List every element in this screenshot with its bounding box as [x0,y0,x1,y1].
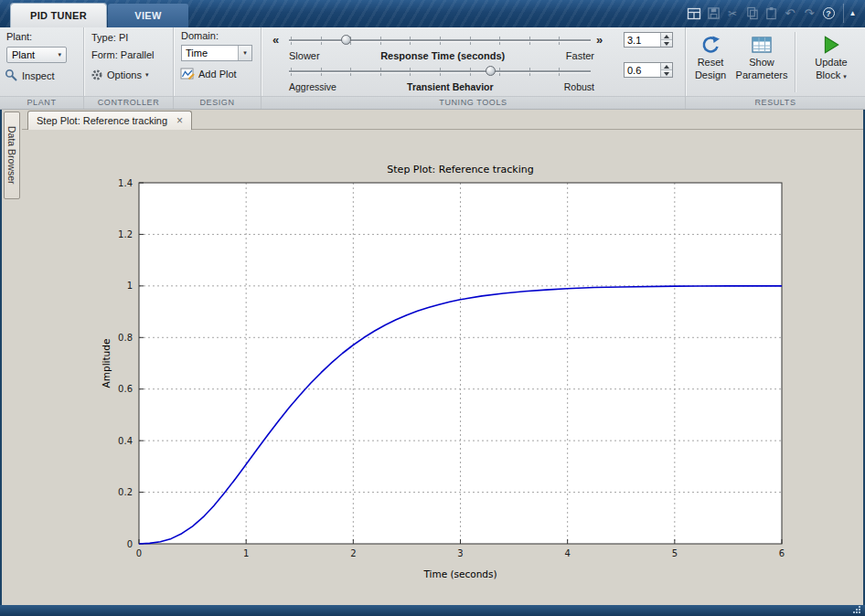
slider-track [289,39,591,41]
update-block-button[interactable]: Update Block ▾ [801,30,861,94]
svg-text:1: 1 [243,548,249,558]
magnifier-icon [5,69,18,82]
cut-icon: ✂ [728,7,737,20]
plant-field-label: Plant: [6,31,32,42]
resize-grip-icon[interactable] [853,606,861,614]
undo-button[interactable]: ↶ [781,4,799,23]
domain-label: Domain: [181,30,219,41]
reset-design-button[interactable]: Reset Design [689,30,732,94]
svg-text:1.4: 1.4 [118,178,133,188]
section-label-plant: PLANT [0,96,83,109]
add-plot-label: Add Plot [198,69,237,80]
transient-spin-buttons [660,63,672,77]
results-divider [795,32,796,92]
add-plot-button[interactable]: Add Plot [180,68,237,80]
show-parameters-button[interactable]: Show Parameters [733,30,790,94]
chevron-down-icon: ▾ [145,71,149,79]
inspect-label: Inspect [22,70,54,81]
show-parameters-icon [751,35,773,55]
controller-type-row: Type: PI [91,32,128,43]
copy-icon [745,6,759,20]
options-button[interactable]: Options ▾ [91,69,148,81]
quick-access-toolbar: ✂ ↶ ↷ ? [685,4,838,23]
transient-behavior-title: Transient Behavior [407,81,494,92]
section-label-results: RESULTS [686,96,865,109]
transient-behavior-slider[interactable] [289,65,591,79]
response-time-spinner [624,32,673,48]
add-plot-icon [180,68,195,80]
plant-dropdown-value: Plant [12,49,35,60]
svg-text:4: 4 [564,548,570,558]
help-button[interactable]: ? [819,4,838,23]
triangle-down-icon [664,72,669,76]
step-plot-canvas[interactable]: 012345600.20.40.60.811.21.4Step Plot: Re… [2,130,863,594]
response-time-slider[interactable] [289,34,591,48]
transient-behavior-spinner [624,62,673,78]
response-time-increase-button[interactable]: » [596,34,603,47]
section-tuning-tools: « » Slower Response Time (seconds) F [262,27,686,109]
chevron-right-icon: » [596,33,603,47]
tab-pid-tuner[interactable]: PID TUNER [11,4,106,27]
slower-label: Slower [289,50,320,61]
document-area: Data Browser Step Plot: Reference tracki… [0,110,865,605]
paste-button[interactable] [762,4,780,23]
document-tabbar: Step Plot: Reference tracking × [22,110,863,130]
chevron-down-icon: ▾ [58,51,61,58]
svg-text:0.6: 0.6 [118,384,133,394]
svg-text:Amplitude: Amplitude [101,339,112,388]
transient-behavior-input[interactable] [625,63,660,77]
inspect-button[interactable]: Inspect [5,69,54,82]
chevron-down-icon: ▾ [843,73,847,80]
chevron-down-icon: ▾ [238,46,251,60]
svg-text:3: 3 [457,548,463,558]
form-value: Parallel [121,49,155,60]
svg-text:1: 1 [127,281,133,291]
type-label: Type: [91,32,116,43]
help-icon: ? [823,7,835,19]
response-time-labels: Slower Response Time (seconds) Faster [289,50,594,61]
collapse-toolstrip-button[interactable]: ▲ [843,4,861,23]
step-plot-tab[interactable]: Step Plot: Reference tracking × [27,111,192,130]
svg-text:0.2: 0.2 [118,487,133,497]
section-label-tuning-tools: TUNING TOOLS [262,96,685,109]
copy-button[interactable] [742,4,761,23]
aggressive-label: Aggressive [289,81,336,92]
redo-button[interactable]: ↷ [800,4,818,23]
tab-view[interactable]: VIEW [108,4,188,27]
undo-icon: ↶ [785,6,796,20]
save-icon [707,6,721,20]
transient-spin-up[interactable] [661,63,672,69]
update-block-label-1: Update [815,57,847,68]
response-time-spin-up[interactable] [661,33,672,39]
section-plant: Plant: Plant ▾ Inspect PLANT [0,27,84,109]
slider-track [289,70,591,72]
save-button[interactable] [704,4,722,23]
transient-behavior-labels: Aggressive Transient Behavior Robust [289,81,594,92]
svg-text:6: 6 [779,548,785,558]
svg-text:Step Plot: Reference tracking: Step Plot: Reference tracking [387,164,533,175]
chevron-left-icon: « [272,33,279,47]
transient-spin-down[interactable] [661,69,672,77]
svg-text:Time (seconds): Time (seconds) [422,568,497,579]
toolstrip-ribbon: Plant: Plant ▾ Inspect PLANT Type: PI Fo… [0,27,865,110]
response-time-spin-down[interactable] [661,39,672,47]
cut-button[interactable]: ✂ [723,4,742,23]
plant-dropdown[interactable]: Plant ▾ [6,47,67,63]
close-icon[interactable]: × [176,116,183,125]
step-plot-figure: 012345600.20.40.60.811.21.4Step Plot: Re… [2,130,863,594]
response-time-input[interactable] [625,33,660,47]
response-time-decrease-button[interactable]: « [272,34,279,47]
collapse-toolstrip-icon: ▲ [849,9,857,17]
response-time-slider-thumb[interactable] [341,35,351,45]
layout-button[interactable] [685,4,703,23]
controller-form-row: Form: Parallel [91,49,154,60]
step-plot-tab-label: Step Plot: Reference tracking [37,115,167,126]
update-block-label-2: Block ▾ [816,69,846,82]
section-controller: Type: PI Form: Parallel Options ▾ CONTRO… [84,27,174,109]
svg-text:0: 0 [127,539,133,549]
reset-design-label-2: Design [695,69,726,80]
svg-text:1.2: 1.2 [118,229,133,239]
tab-pid-tuner-label: PID TUNER [30,10,87,21]
domain-combobox[interactable]: Time ▾ [181,45,252,61]
pid-tuner-window: PID TUNER VIEW ✂ [0,0,865,616]
